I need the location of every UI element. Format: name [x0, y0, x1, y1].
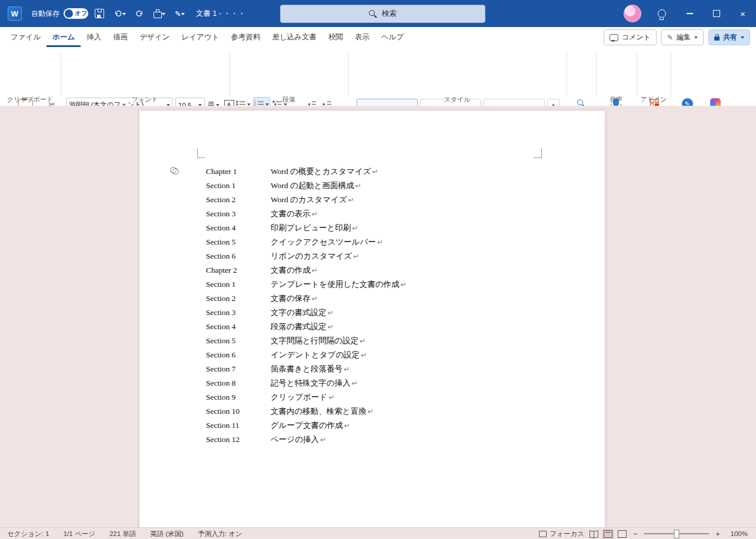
status-right: フォーカス − + 100%: [539, 530, 756, 538]
toc-row[interactable]: Section 6 リボンのカスタマイズ ↵: [206, 249, 407, 263]
status-ime-prediction[interactable]: 予測入力: オン: [198, 530, 242, 538]
tab-insert[interactable]: 挿入: [81, 27, 107, 47]
toc-row[interactable]: Section 11 グループ文書の作成 ↵: [206, 419, 407, 433]
autosave-state: オフ: [75, 9, 88, 18]
status-language[interactable]: 英語 (米国): [150, 530, 184, 538]
search-box[interactable]: 検索: [280, 5, 485, 23]
text-boundary-mark-right: [534, 148, 542, 158]
focus-mode-button[interactable]: フォーカス: [539, 530, 584, 538]
minimize-button[interactable]: [677, 0, 703, 27]
tab-review[interactable]: 校閲: [322, 27, 349, 47]
toc-title: 印刷プレビューと印刷: [271, 223, 351, 233]
status-section[interactable]: セクション: 1: [7, 530, 49, 538]
tips-button[interactable]: [652, 9, 672, 18]
user-avatar[interactable]: [624, 5, 641, 22]
editing-mode-button[interactable]: ✎ 編集: [661, 29, 704, 45]
toc-row[interactable]: Section 8 記号と特殊文字の挿入 ↵: [206, 376, 407, 390]
tab-draw[interactable]: 描画: [107, 27, 134, 47]
close-icon: ×: [740, 9, 745, 19]
pen-dropdown-icon[interactable]: [181, 13, 185, 17]
toc-row[interactable]: Section 2 Word のカスタマイズ ↵: [206, 193, 407, 207]
toc-chapter-label: Section 6: [206, 252, 271, 261]
pencil-icon: ✎: [667, 34, 673, 42]
toc-chapter-label: Section 3: [206, 308, 271, 317]
print-layout-button[interactable]: [604, 530, 612, 538]
toc-row[interactable]: Section 5 クイックアクセスツールバー ↵: [206, 235, 407, 249]
format-painter-dropdown-icon[interactable]: [162, 13, 165, 17]
maximize-button[interactable]: [703, 0, 730, 27]
paragraph-mark-icon: ↵: [312, 294, 318, 303]
zoom-in-button[interactable]: +: [714, 530, 721, 538]
toc-row[interactable]: Section 1 テンプレートを使用した文書の作成 ↵: [206, 277, 407, 292]
toc-row[interactable]: Chapter 2 文書の作成 ↵: [206, 263, 407, 277]
toc-row[interactable]: Section 5 文字間隔と行間隔の設定 ↵: [206, 334, 407, 348]
toc-title: ページの挿入: [271, 434, 319, 445]
toc-row[interactable]: Section 3 文字の書式設定 ↵: [206, 306, 407, 320]
toc-chapter-label: Section 8: [206, 379, 271, 388]
tab-mailings[interactable]: 差し込み文書: [266, 27, 322, 47]
undo-dropdown-icon[interactable]: [122, 13, 126, 17]
toc-chapter-label: Section 7: [206, 364, 271, 374]
document-page[interactable]: Chapter 1 Word の概要とカスタマイズ ↵ Section 1 Wo…: [139, 111, 605, 527]
autosave-control[interactable]: 自動保存 オフ: [31, 8, 88, 19]
paragraph-mark-icon: ↵: [312, 266, 318, 274]
toc-row[interactable]: Section 1 Word の起動と画面構成 ↵: [206, 179, 407, 193]
status-page-count[interactable]: 1/1 ページ: [64, 530, 95, 538]
group-divider: [61, 52, 61, 96]
close-button[interactable]: ×: [730, 0, 756, 27]
toc-chapter-label: Section 4: [206, 223, 271, 233]
table-of-contents: Chapter 1 Word の概要とカスタマイズ ↵ Section 1 Wo…: [206, 165, 407, 447]
paragraph-mark-icon: ↵: [352, 224, 358, 232]
group-divider: [671, 52, 671, 96]
word-app-icon[interactable]: W: [8, 6, 22, 21]
toc-row[interactable]: Chapter 1 Word の概要とカスタマイズ ↵: [206, 165, 407, 179]
tab-help[interactable]: ヘルプ: [375, 27, 409, 47]
tab-view[interactable]: 表示: [349, 27, 375, 47]
zoom-out-button[interactable]: −: [632, 530, 639, 538]
toc-row[interactable]: Section 12 ページの挿入 ↵: [206, 433, 407, 447]
toc-row[interactable]: Section 4 印刷プレビューと印刷 ↵: [206, 221, 407, 235]
toc-title: 文書の保存: [271, 293, 311, 304]
group-divider: [567, 52, 567, 96]
comments-button[interactable]: コメント: [604, 29, 657, 45]
read-mode-button[interactable]: [590, 531, 598, 537]
tab-home[interactable]: ホーム: [46, 27, 81, 47]
ribbon-home: 貼り付け ✂ クリップボード 游明朝 (本文のフォント) 10.5 亜: [0, 47, 756, 106]
format-painter-icon: [154, 12, 162, 18]
web-layout-button[interactable]: [618, 530, 627, 538]
pen-tool-button[interactable]: ✎: [172, 5, 188, 22]
paragraph-mark-icon: ↵: [312, 210, 318, 218]
status-word-count[interactable]: 221 単語: [109, 530, 136, 538]
tab-references[interactable]: 参考資料: [225, 27, 266, 47]
toc-chapter-label: Section 11: [206, 421, 271, 430]
paragraph-mark-icon: ↵: [344, 365, 349, 373]
autosave-toggle[interactable]: オフ: [64, 8, 88, 19]
share-button[interactable]: 共有: [708, 29, 750, 45]
toc-row[interactable]: Section 3 文書の表示 ↵: [206, 207, 407, 221]
format-painter-button[interactable]: [151, 5, 168, 22]
redo-button[interactable]: [132, 5, 147, 22]
undo-button[interactable]: [111, 5, 129, 22]
toc-chapter-label: Section 1: [206, 181, 271, 190]
toc-row[interactable]: Section 7 箇条書きと段落番号 ↵: [206, 362, 407, 376]
zoom-slider[interactable]: [644, 533, 709, 535]
zoom-slider-knob[interactable]: [674, 530, 680, 538]
toc-chapter-label: Section 4: [206, 322, 271, 332]
save-button[interactable]: [92, 5, 107, 22]
toc-title: インデントとタブの設定: [271, 350, 359, 360]
zoom-percentage[interactable]: 100%: [727, 530, 748, 537]
editing-label: 編集: [677, 32, 691, 42]
toc-chapter-label: Section 2: [206, 294, 271, 303]
tab-design[interactable]: デザイン: [134, 27, 175, 47]
toc-row[interactable]: Section 10 文書内の移動、検索と置換 ↵: [206, 404, 407, 419]
toc-row[interactable]: Section 9 クリップボード ↵: [206, 390, 407, 404]
toc-row[interactable]: Section 2 文書の保存 ↵: [206, 292, 407, 306]
status-bar: セクション: 1 1/1 ページ 221 単語 英語 (米国) 予測入力: オン…: [0, 527, 756, 539]
toc-row[interactable]: Section 4 段落の書式設定 ↵: [206, 320, 407, 334]
tab-file[interactable]: ファイル: [5, 27, 46, 47]
tab-layout[interactable]: レイアウト: [175, 27, 225, 47]
document-title[interactable]: 文書 1 - ・・・: [196, 9, 245, 19]
paragraph-mark-icon: ↵: [344, 421, 350, 430]
toc-row[interactable]: Section 6 インデントとタブの設定 ↵: [206, 348, 407, 362]
font-group-label: フォント: [131, 95, 158, 104]
